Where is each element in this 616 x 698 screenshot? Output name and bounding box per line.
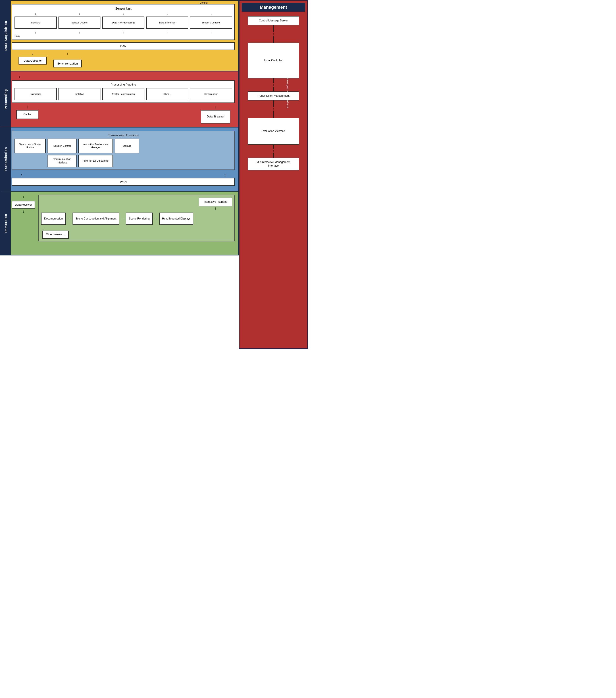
ii-row: Interactive Interface ↓ [41, 198, 232, 211]
data-streamer-proc-box: Data Streamer [201, 110, 230, 124]
pipeline-title: Processing Pipeline [15, 83, 232, 86]
section-label-immersion: Immersion [1, 192, 11, 255]
cms-item: Control Message Server ↕ [248, 16, 299, 43]
dc-col: ↓ Data Collector [18, 52, 47, 65]
calibration-box: Calibration [15, 88, 57, 100]
section-label-da: Data Acquisition [1, 1, 11, 71]
management-title: Management [242, 3, 305, 12]
sync-dc-row: ↓ Data Collector ↑ Synchronization [12, 52, 235, 67]
tf-wan-arrows: ↕ ↕ [12, 172, 235, 178]
interactive-interface-box: Interactive Interface [199, 198, 232, 207]
cache-box: Cache [16, 110, 38, 119]
tf-title: Transmission Functions [15, 134, 232, 137]
mr-interactive-mgmt-box: MR Interactive Management Interface [248, 158, 299, 171]
transmission-functions: Transmission Functions Synchronous Scene… [12, 131, 235, 170]
management-interface-label: Management Interface [286, 77, 289, 108]
session-control-box: Session Control [47, 139, 76, 153]
incremental-dispatcher-box: Incremental Dispatcher [78, 155, 113, 167]
sensor-down-arrows: ↓ ↓ ↓ ↓ ↓ [15, 12, 232, 16]
compression-box: Compression [190, 88, 232, 100]
sensors-box: Sensors [15, 16, 57, 29]
section-immersion: Immersion ↓ Data Receiver ↓ Interactive … [0, 192, 239, 255]
evaluation-viewport-box: Evaluation Viewport [248, 118, 299, 145]
ds-col: ↓ Data Streamer [201, 105, 230, 124]
control-label: Control [200, 1, 207, 4]
sensor-unit-title: Sensor Unit [15, 7, 232, 10]
dan-bar: DAN [12, 42, 235, 50]
wan-bar: WAN [12, 178, 235, 186]
communication-interface-box: Communication Interface [47, 155, 76, 167]
mr-item: MR Interactive Management Interface [248, 158, 299, 171]
synchronization-box: Synchronization [53, 60, 82, 67]
sensor-components-row: Sensors Sensor Drivers Data Pre-Processi… [15, 16, 232, 29]
section-processing: Processing ↓ Processing Pipeline Calibra… [0, 71, 239, 127]
other-senses-box: Other senses ... [42, 231, 69, 239]
lc-item: Local Controller ↕ [248, 43, 299, 91]
tm-item: Transmission Management ↕ [248, 91, 299, 118]
data-label: Data [15, 34, 232, 37]
cache-ds-row: ↓ Cache ↓ Data Streamer [12, 105, 235, 124]
main-wrapper: Data Acquisition Control Sensor Unit ↓ ↓… [0, 0, 308, 349]
sensor-drivers-box: Sensor Drivers [58, 16, 101, 29]
management-content: Control Message Server ↕ Local Controlle… [242, 15, 305, 170]
data-streamer-da-box: Data Streamer [146, 16, 188, 29]
scene-rendering-box: Scene Rendering [126, 212, 153, 225]
tf-row1: Synchronous Scene Fusion Session Control… [15, 139, 232, 153]
other-proc-box: Other ... [146, 88, 188, 100]
immersion-main-row: Decompression → Scene Construction and A… [41, 212, 232, 225]
scene-construction-box: Scene Construction and Alignment [73, 212, 119, 225]
immersion-inner: Interactive Interface ↓ Decompression → … [38, 195, 235, 241]
processing-pipeline: Processing Pipeline Calibration Isolatio… [12, 80, 235, 103]
section-transmission: Transmission Transmission Functions Sync… [0, 127, 239, 192]
sensor-unit-container: Control Sensor Unit ↓ ↓ ↓ ↓ ↓ Sensors Se… [12, 4, 235, 40]
storage-box: Storage [115, 139, 139, 153]
data-preprocessing-box: Data Pre-Processing [102, 16, 144, 29]
ev-item: Evaluation Viewport ↕ [248, 118, 299, 158]
transmission-management-box: Transmission Management [248, 91, 299, 100]
section-label-processing: Processing [1, 71, 11, 127]
isolation-box: Isolation [58, 88, 101, 100]
immersion-top-row: ↓ Data Receiver ↓ Interactive Interface … [12, 195, 235, 241]
control-message-server-box: Control Message Server [248, 16, 299, 25]
sensor-up-arrows: ↑ ↑ ↑ ↑ ↑ [15, 31, 232, 34]
section-data-acquisition: Data Acquisition Control Sensor Unit ↓ ↓… [0, 0, 239, 71]
pipeline-components: Calibration Isolation Avatar Segmentatio… [15, 88, 232, 100]
sync-scene-fusion-box: Synchronous Scene Fusion [15, 139, 46, 153]
data-collector-box: Data Collector [18, 57, 47, 65]
cache-col: ↓ Cache [12, 105, 38, 119]
head-mounted-displays-box: Head Mounted Displays [159, 212, 193, 225]
right-management-panel: Management Control Message Server ↕ Loca… [239, 0, 308, 349]
section-label-transmission: Transmission [1, 127, 11, 191]
avatar-segmentation-box: Avatar Segmentation [102, 88, 144, 100]
local-controller-box: Local Controller [248, 43, 299, 79]
sync-col: ↑ Synchronization [53, 52, 82, 67]
tf-row2: Communication Interface Incremental Disp… [15, 155, 232, 167]
data-receiver-col: ↓ Data Receiver ↓ [12, 195, 35, 213]
decompression-box: Decompression [41, 212, 66, 225]
other-senses-col: ↓ Other senses ... [41, 227, 232, 239]
interactive-env-mgr-box: Interactive Environment Manager [78, 139, 113, 153]
data-receiver-box: Data Receiver [12, 201, 35, 209]
left-area: Data Acquisition Control Sensor Unit ↓ ↓… [0, 0, 239, 349]
sensor-controller-box: Sensor Controller [190, 16, 232, 29]
